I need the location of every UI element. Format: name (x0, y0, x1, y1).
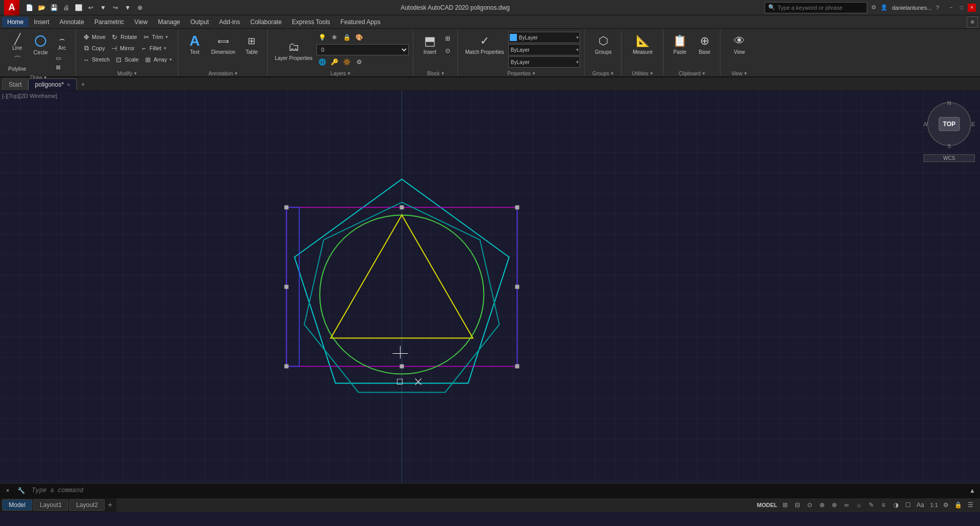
move-btn[interactable]: ✥ Move (80, 32, 108, 42)
properties-group-arrow[interactable]: ▼ (532, 71, 536, 76)
match-properties-btn[interactable]: ✓ Match Properties (463, 32, 506, 56)
scale-btn[interactable]: ⊡ Scale (113, 54, 141, 65)
view-btn[interactable]: 👁 View (728, 32, 751, 56)
redo-arrow[interactable]: ▼ (122, 2, 133, 13)
status-isolate-btn[interactable]: ☰ (965, 499, 976, 511)
polyline-btn[interactable]: ⌒ Polyline (6, 53, 28, 73)
layout-tab-layout2[interactable]: Layout2 (69, 499, 105, 511)
paste-btn[interactable]: 📋 Paste (669, 32, 691, 56)
cmd-settings-btn[interactable]: 🔧 (15, 485, 27, 496)
search-box[interactable]: 🔍 (765, 2, 867, 13)
annotation-group-label[interactable]: Annotation ▼ (208, 71, 238, 76)
rotate-btn[interactable]: ↻ Rotate (109, 32, 139, 42)
redo-btn[interactable]: ↪ (110, 2, 121, 13)
new-btn[interactable]: 📄 (24, 2, 35, 13)
undo-arrow[interactable]: ▼ (97, 2, 109, 13)
measure-btn[interactable]: 📐 Measure (630, 32, 656, 56)
copy-btn[interactable]: ⧉ Copy (80, 43, 107, 53)
anno-btn[interactable]: Aa (915, 499, 926, 511)
polar-btn[interactable]: ⊕ (816, 499, 828, 511)
settings-icon[interactable]: ⚙ (871, 4, 876, 11)
grid-btn[interactable]: ⊞ (779, 499, 791, 511)
cmd-expand-btn[interactable]: ▲ (967, 485, 978, 496)
cmd-close-btn[interactable]: × (2, 485, 13, 496)
menu-insert[interactable]: Insert (29, 17, 54, 27)
layer-lock-icon[interactable]: 🔒 (341, 32, 352, 43)
array-arrow[interactable]: ▼ (169, 57, 173, 62)
block-extra1[interactable]: ⊞ (442, 33, 453, 44)
layout-tab-layout1[interactable]: Layout1 (33, 499, 69, 511)
array-btn[interactable]: ⊞ Array ▼ (142, 54, 174, 65)
menu-addins[interactable]: Add-ins (214, 17, 245, 27)
help-icon[interactable]: ? (936, 5, 939, 11)
color-dropdown-arrow[interactable]: ▼ (575, 35, 579, 40)
restore-btn[interactable]: □ (957, 4, 966, 12)
tab-close-btn[interactable]: × (67, 82, 70, 88)
trim-btn[interactable]: ✂ Trim ▼ (140, 32, 171, 42)
layer-dropdown[interactable]: 0 (316, 44, 409, 55)
command-input[interactable] (29, 485, 965, 496)
layers-group-label[interactable]: Layers ▼ (331, 71, 351, 76)
workspace-btn[interactable]: ⚙ (940, 499, 951, 511)
menu-view[interactable]: View (129, 17, 153, 27)
dyn-btn[interactable]: ✎ (866, 499, 877, 511)
menu-express[interactable]: Express Tools (287, 17, 335, 27)
line-btn[interactable]: ╱ Line (6, 32, 28, 52)
lock-ui-btn[interactable]: 🔒 (952, 499, 964, 511)
canvas-container[interactable]: [-][Top][2D Wireframe] N E S W TOP WCS (0, 91, 980, 483)
drawing-canvas[interactable] (0, 91, 980, 483)
group-btn[interactable]: ⬡ Groups (592, 32, 615, 56)
qat-settings[interactable]: ⊕ (134, 2, 146, 13)
menu-home[interactable]: Home (2, 17, 29, 27)
groups-group-arrow[interactable]: ▼ (610, 71, 614, 76)
tab-poligonos[interactable]: poligonos* × (28, 78, 76, 90)
layer-extra2[interactable]: 🔑 (329, 56, 340, 68)
groups-group-label[interactable]: Groups ▼ (592, 71, 614, 76)
menu-collaborate[interactable]: Collaborate (245, 17, 287, 27)
modify-group-label[interactable]: Modify ▼ (117, 71, 137, 76)
stretch-btn[interactable]: ↔ Stretch (80, 54, 112, 65)
osnap-btn[interactable]: ⊗ (829, 499, 840, 511)
layout-tab-add-btn[interactable]: + (106, 500, 114, 510)
menu-featured[interactable]: Featured Apps (335, 17, 386, 27)
search-input[interactable] (777, 5, 864, 11)
clipboard-group-arrow[interactable]: ▼ (702, 71, 706, 76)
trans-btn[interactable]: ◑ (890, 499, 902, 511)
annotation-group-arrow[interactable]: ▼ (234, 71, 238, 76)
save-as-btn[interactable]: 🖨 (61, 2, 72, 13)
insert-btn[interactable]: ⬒ Insert (418, 32, 441, 56)
utilities-group-label[interactable]: Utilities ▼ (632, 71, 653, 76)
view-group-label[interactable]: View ▼ (731, 71, 747, 76)
tab-start[interactable]: Start (2, 78, 28, 90)
base-btn[interactable]: ⊕ Base (693, 32, 716, 56)
layer-properties-btn[interactable]: 🗂 Layer Properties (273, 38, 314, 62)
mirror-btn[interactable]: ⊣ Mirror (108, 43, 137, 53)
tab-add-btn[interactable]: + (77, 78, 89, 90)
block-group-label[interactable]: Block ▼ (427, 71, 445, 76)
user-icon[interactable]: 👤 (881, 4, 888, 11)
modify-group-arrow[interactable]: ▼ (133, 71, 137, 76)
close-btn[interactable]: × (968, 4, 976, 12)
circle-btn[interactable]: Circle (29, 32, 52, 56)
layer-extra4[interactable]: ⚙ (353, 56, 365, 68)
menu-output[interactable]: Output (185, 17, 214, 27)
minimize-btn[interactable]: − (947, 4, 955, 12)
menu-parametric[interactable]: Parametric (89, 17, 129, 27)
menu-manage[interactable]: Manage (153, 17, 185, 27)
rectangle-btn[interactable]: ▭ (54, 54, 70, 63)
snap-btn[interactable]: ⊟ (792, 499, 803, 511)
block-extra2[interactable]: ⊙ (442, 45, 453, 56)
ducs-btn[interactable]: ⌂ (853, 499, 865, 511)
text-btn[interactable]: A Text (184, 32, 206, 56)
ortho-btn[interactable]: ⊙ (804, 499, 815, 511)
ribbon-options-btn[interactable]: ⊕ (967, 16, 978, 28)
layer-extra3[interactable]: 🔆 (341, 56, 352, 68)
block-group-arrow[interactable]: ▼ (441, 71, 445, 76)
sel-btn[interactable]: ☐ (903, 499, 914, 511)
trim-arrow[interactable]: ▼ (165, 35, 169, 39)
lineweight-dropdown-arrow[interactable]: ▼ (575, 60, 579, 65)
table-btn[interactable]: ⊞ Table (241, 32, 263, 56)
clipboard-group-label[interactable]: Clipboard ▼ (678, 71, 706, 76)
layer-color-icon[interactable]: 🎨 (353, 32, 365, 43)
layer-extra1[interactable]: 🌐 (316, 56, 328, 68)
